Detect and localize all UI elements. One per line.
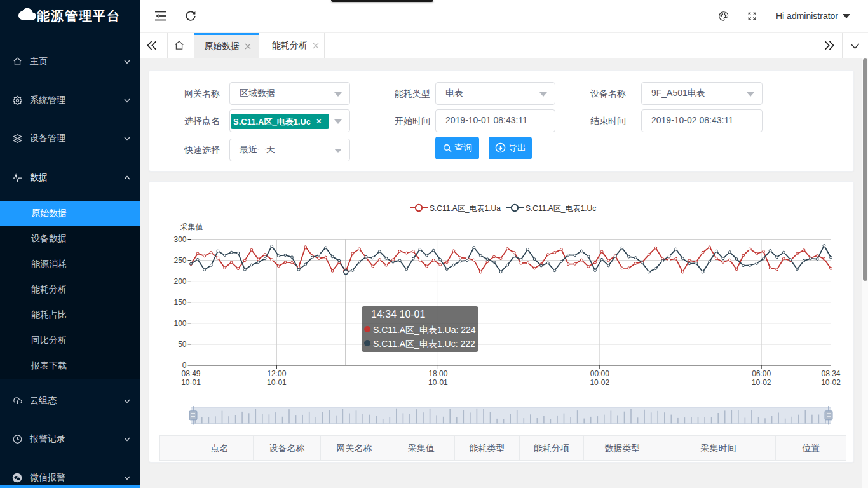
svg-text:200: 200 <box>173 277 186 286</box>
svg-text:06:00: 06:00 <box>752 369 771 378</box>
svg-text:300: 300 <box>173 235 186 244</box>
svg-text:08:49: 08:49 <box>181 369 200 378</box>
svg-text:10-01: 10-01 <box>181 378 201 387</box>
svg-text:18:00: 18:00 <box>428 369 447 378</box>
svg-text:12:00: 12:00 <box>267 369 286 378</box>
svg-text:50: 50 <box>178 340 187 349</box>
svg-text:100: 100 <box>173 319 186 328</box>
svg-text:10-01: 10-01 <box>267 378 287 387</box>
svg-text:08:34: 08:34 <box>821 369 840 378</box>
svg-text:采集值: 采集值 <box>180 222 203 231</box>
svg-text:10-01: 10-01 <box>428 378 448 387</box>
svg-text:00:00: 00:00 <box>590 369 609 378</box>
svg-text:150: 150 <box>173 298 186 307</box>
svg-text:10-02: 10-02 <box>821 378 841 387</box>
svg-text:10-02: 10-02 <box>752 378 771 387</box>
svg-text:250: 250 <box>173 256 186 265</box>
svg-text:10-02: 10-02 <box>590 378 609 387</box>
